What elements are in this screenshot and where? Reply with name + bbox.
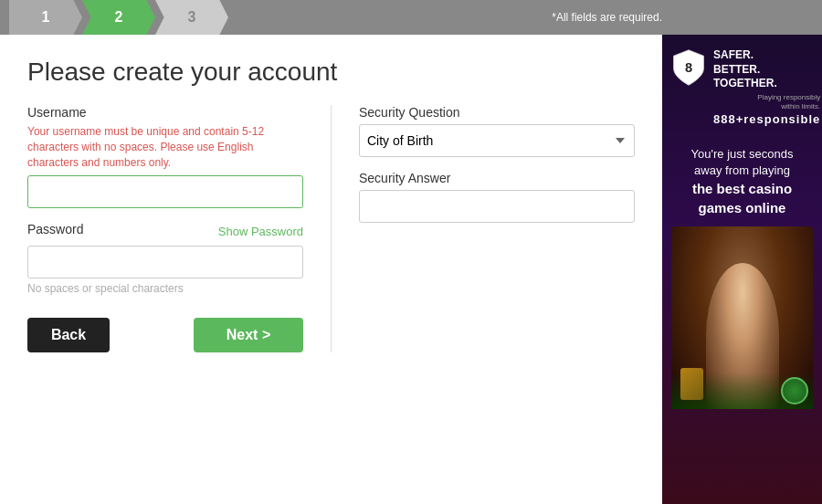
ad-body-text: You're just seconds away from playing th… xyxy=(691,146,794,218)
step-3: 3 xyxy=(155,0,228,35)
svg-text:8: 8 xyxy=(685,60,692,75)
security-answer-label: Security Answer xyxy=(359,171,635,185)
step-2: 2 xyxy=(82,0,155,35)
form-left: Username Your username must be unique an… xyxy=(27,105,332,352)
security-answer-input[interactable] xyxy=(359,190,635,223)
password-label: Password xyxy=(27,222,83,236)
form-right: Security Question City of Birth Mother's… xyxy=(359,105,635,352)
step-bar: 1 2 3 *All fields are required. xyxy=(0,0,822,35)
ad-tagline-line2: BETTER. xyxy=(713,63,820,78)
username-field-group: Username Your username must be unique an… xyxy=(27,105,303,208)
security-question-field-group: Security Question City of Birth Mother's… xyxy=(359,105,635,157)
password-hint: No spaces or special characters xyxy=(27,282,303,295)
password-input[interactable] xyxy=(27,246,303,278)
password-label-row: Password Show Password xyxy=(27,222,303,241)
ad-888-logo: 888+responsible xyxy=(713,112,820,126)
ad-tagline-line1: SAFER. xyxy=(713,48,820,63)
main-layout: Please create your account Username Your… xyxy=(0,35,822,504)
ad-highlight-text: the best casino games online xyxy=(692,181,792,215)
next-button[interactable]: Next > xyxy=(194,318,303,352)
form-area: Please create your account Username Your… xyxy=(0,35,662,504)
username-error: Your username must be unique and contain… xyxy=(27,124,303,170)
ad-image-area xyxy=(671,226,813,490)
password-field-group: Password Show Password No spaces or spec… xyxy=(27,222,303,295)
username-input[interactable] xyxy=(27,175,303,208)
username-label: Username xyxy=(27,105,303,120)
form-columns: Username Your username must be unique an… xyxy=(27,105,635,352)
ad-tagline: SAFER. BETTER. TOGETHER. Playing respons… xyxy=(713,48,820,126)
security-question-label: Security Question xyxy=(359,105,635,120)
ad-person-background xyxy=(671,226,813,409)
steps-container: 1 2 3 xyxy=(9,0,228,35)
step-1: 1 xyxy=(9,0,82,35)
page-title: Please create your account xyxy=(27,58,635,87)
ad-logo-section: 8 SAFER. BETTER. TOGETHER. Playing respo… xyxy=(671,48,813,126)
security-question-select[interactable]: City of Birth Mother's Maiden Name First… xyxy=(359,124,635,157)
security-answer-field-group: Security Answer xyxy=(359,171,635,223)
required-note: *All fields are required. xyxy=(552,11,662,24)
shield-icon: 8 xyxy=(671,48,706,87)
ad-tagline-line3: TOGETHER. xyxy=(713,77,820,91)
back-button[interactable]: Back xyxy=(27,318,110,352)
ad-responsible-text: Playing responsiblywithin limits. xyxy=(713,93,820,112)
button-row: Back Next > xyxy=(27,318,303,352)
ad-sidebar: 8 SAFER. BETTER. TOGETHER. Playing respo… xyxy=(662,35,822,504)
show-password-link[interactable]: Show Password xyxy=(218,225,303,238)
